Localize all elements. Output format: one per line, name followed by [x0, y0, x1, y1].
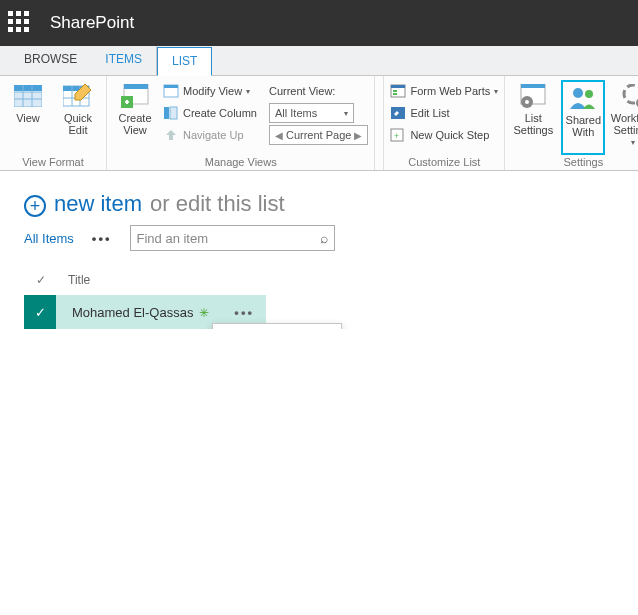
view-label: View — [16, 112, 40, 124]
ribbon-tabs: BROWSE ITEMS LIST — [0, 46, 638, 76]
quick-edit-button[interactable]: Quick Edit — [56, 80, 100, 155]
edit-list-text: or edit this list — [150, 191, 285, 217]
svg-rect-15 — [164, 107, 169, 119]
suite-bar: SharePoint — [0, 0, 638, 46]
row-selected-check-icon[interactable]: ✓ — [24, 295, 56, 329]
svg-point-27 — [525, 100, 529, 104]
svg-rect-20 — [393, 93, 397, 95]
svg-rect-14 — [164, 85, 178, 88]
new-quick-step-button[interactable]: + New Quick Step — [390, 124, 498, 146]
chevron-down-icon: ▾ — [246, 87, 250, 96]
new-indicator-icon: ✳ — [199, 306, 209, 320]
ribbon-group-view-format: View Quick Edit View Format — [0, 76, 107, 170]
svg-rect-18 — [391, 85, 405, 88]
modify-view-icon — [163, 84, 179, 98]
svg-text:+: + — [394, 131, 399, 141]
chevron-down-icon: ▾ — [344, 109, 348, 118]
svg-rect-25 — [521, 84, 545, 88]
create-view-label: Create View — [118, 112, 151, 136]
current-view-label: Current View: — [269, 80, 368, 102]
new-item-row: + new item or edit this list — [24, 191, 638, 217]
workflow-settings-icon — [618, 82, 638, 110]
create-column-icon — [163, 106, 179, 120]
search-input[interactable]: Find an item ⌕ — [130, 225, 335, 251]
chevron-down-icon: ▾ — [494, 87, 498, 96]
navigate-up-icon — [163, 128, 179, 142]
shared-with-button[interactable]: Shared With — [561, 80, 605, 155]
tab-list[interactable]: LIST — [157, 47, 212, 76]
list-header: ✓ Title — [24, 269, 638, 295]
ribbon-group-settings: List Settings Shared With Workflow Setti… — [505, 76, 638, 170]
workflow-settings-label: Workflow Settings — [611, 112, 638, 136]
list-settings-icon — [518, 82, 548, 110]
page-content: + new item or edit this list All Items •… — [0, 171, 638, 329]
shared-with-label: Shared With — [566, 114, 601, 138]
create-view-icon — [120, 82, 150, 110]
chevron-right-icon: ▶ — [354, 130, 362, 141]
ribbon-group-label-settings: Settings — [511, 155, 638, 168]
ribbon-group-manage-views: Create View Modify View ▾ Create Column … — [107, 76, 375, 170]
svg-rect-0 — [14, 85, 42, 91]
tab-browse[interactable]: BROWSE — [10, 46, 91, 75]
search-placeholder: Find an item — [137, 231, 209, 246]
navigate-up-button[interactable]: Navigate Up — [163, 124, 257, 146]
item-ellipsis[interactable]: ••• — [222, 305, 266, 320]
tab-items[interactable]: ITEMS — [91, 46, 157, 75]
chevron-left-icon: ◀ — [275, 130, 283, 141]
quick-edit-icon — [63, 82, 93, 110]
shared-with-icon — [568, 84, 598, 112]
chevron-down-icon: ▾ — [631, 138, 635, 147]
svg-rect-16 — [170, 107, 177, 119]
svg-rect-11 — [124, 84, 148, 89]
app-launcher-icon[interactable] — [8, 11, 32, 35]
svg-point-29 — [585, 90, 593, 98]
view-menu-ellipsis[interactable]: ••• — [92, 231, 112, 246]
modify-view-button[interactable]: Modify View ▾ — [163, 80, 257, 102]
grid-icon — [13, 82, 43, 110]
new-item-link[interactable]: new item — [54, 191, 142, 217]
ribbon-group-label-manage-views: Manage Views — [113, 155, 368, 168]
list-settings-button[interactable]: List Settings — [511, 80, 555, 155]
plus-circle-icon[interactable]: + — [24, 195, 46, 217]
new-quick-step-icon: + — [390, 128, 406, 142]
create-view-button[interactable]: Create View — [113, 80, 157, 155]
current-page-nav[interactable]: ◀ Current Page ▶ — [269, 124, 368, 146]
ribbon-group-customize-list: Form Web Parts ▾ Edit List + New Quick S… — [383, 76, 505, 170]
quick-edit-label: Quick Edit — [64, 112, 92, 136]
ribbon-group-label-customize: Customize List — [390, 155, 498, 168]
create-column-button[interactable]: Create Column — [163, 102, 257, 124]
item-context-menu: Share Edit Item Delete Item View Item Ad… — [212, 323, 342, 329]
item-title[interactable]: Mohamed El-Qassas — [72, 305, 193, 320]
select-all-check[interactable]: ✓ — [36, 273, 46, 287]
svg-point-28 — [573, 88, 583, 98]
column-title[interactable]: Title — [68, 273, 90, 287]
current-view-name[interactable]: All Items — [24, 231, 74, 246]
edit-list-icon — [390, 106, 406, 120]
edit-list-button[interactable]: Edit List — [390, 102, 498, 124]
list-settings-label: List Settings — [513, 112, 553, 136]
view-button[interactable]: View — [6, 80, 50, 155]
brand-label: SharePoint — [50, 13, 134, 33]
svg-rect-19 — [393, 90, 397, 92]
ribbon-group-label-view-format: View Format — [6, 155, 100, 168]
workflow-settings-button[interactable]: Workflow Settings ▾ — [611, 80, 638, 155]
form-web-parts-button[interactable]: Form Web Parts ▾ — [390, 80, 498, 102]
ribbon: View Quick Edit View Format Create View — [0, 76, 638, 171]
form-web-parts-icon — [390, 84, 406, 98]
current-view-select[interactable]: All Items ▾ — [269, 102, 368, 124]
svg-point-30 — [624, 85, 638, 103]
search-icon[interactable]: ⌕ — [320, 230, 328, 246]
